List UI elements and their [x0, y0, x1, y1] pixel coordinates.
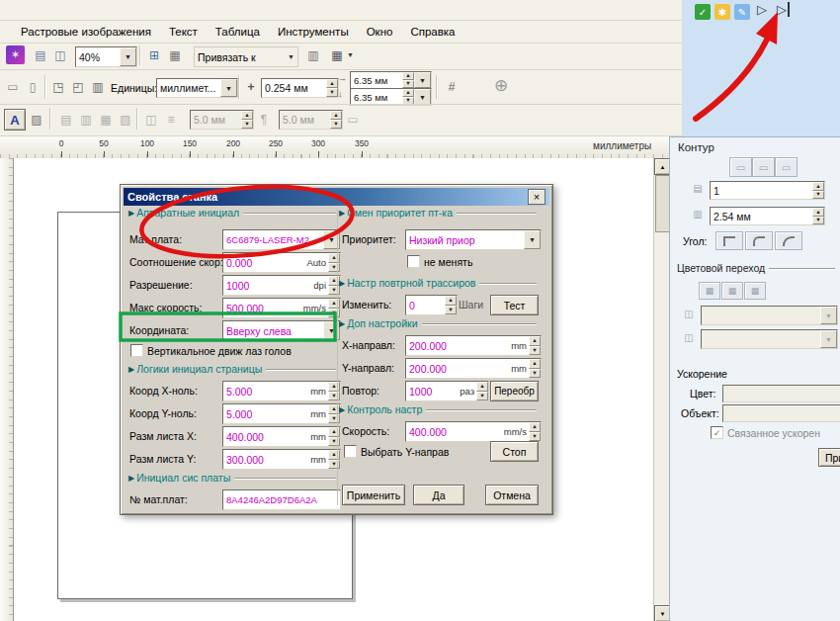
cancel-button[interactable]: Отмена — [485, 485, 539, 505]
spinner-up-icon[interactable]: ▲ — [241, 111, 253, 120]
dropdown-arrow-icon[interactable]: ▼ — [414, 72, 431, 88]
spinner[interactable]: ▲▼ — [529, 422, 541, 441]
spinner-down-icon[interactable]: ▼ — [445, 306, 457, 315]
spinner[interactable]: ▲▼ — [476, 382, 488, 400]
checkbox-icon[interactable] — [130, 344, 143, 357]
spinner-down-icon[interactable]: ▼ — [812, 191, 824, 200]
fill-color-select[interactable]: ▼ — [701, 306, 838, 325]
dropdown-arrow-icon[interactable]: ▼ — [120, 47, 136, 66]
scrollbar-thumb[interactable] — [655, 175, 670, 232]
align-left-icon[interactable]: ▤ — [57, 111, 75, 129]
coordinate-select[interactable]: Вверху слева ▼ — [222, 320, 341, 341]
stop-button[interactable]: Стоп — [490, 441, 539, 462]
columns-icon[interactable]: ▥ — [304, 46, 322, 64]
text-tool-button[interactable]: А — [4, 109, 26, 131]
mainboard-select[interactable]: 6C6879-LASER-M2 ▼ — [222, 229, 341, 250]
yes-button[interactable]: Да — [413, 485, 464, 505]
canvas-scrollbar[interactable]: ▲ ▼ — [653, 158, 670, 621]
spinner-down-icon[interactable]: ▼ — [529, 369, 541, 379]
spinner[interactable]: ▲▼ — [328, 253, 340, 272]
preview-icon[interactable]: ▦ — [166, 46, 184, 64]
spinner-down-icon[interactable]: ▼ — [328, 309, 340, 318]
spinner[interactable]: ▲▼ — [241, 111, 253, 129]
close-icon[interactable]: × — [528, 189, 546, 205]
bars-icon[interactable]: ▥ — [89, 78, 107, 96]
contour-mode-button-1[interactable]: ▭ — [729, 157, 752, 177]
spinner[interactable]: ▲▼ — [328, 450, 340, 469]
flip-icon[interactable]: ◫ — [142, 111, 160, 129]
no-change-checkbox[interactable]: не менять — [407, 255, 472, 268]
spinner-up-icon[interactable]: ▲ — [328, 253, 340, 263]
play-icon[interactable]: ▷ — [757, 2, 767, 17]
dropdown-arrow-icon[interactable]: ▼ — [220, 79, 237, 97]
x-direction-field[interactable]: 200.000 mm ▲▼ — [405, 335, 542, 356]
gradient-type-button-1[interactable]: ▦ — [699, 282, 720, 300]
outline-color-select[interactable]: ▼ — [701, 329, 838, 349]
contour-steps-field[interactable]: 1 ▲▼ — [710, 181, 825, 200]
spinner[interactable]: ▲▼ — [330, 111, 342, 129]
spinner-up-icon[interactable]: ▲ — [529, 336, 541, 346]
dropdown-arrow-icon[interactable]: ▼ — [414, 89, 431, 105]
spinner[interactable]: ▲▼ — [529, 359, 541, 378]
sheet-y-field[interactable]: 300.000 mm ▲▼ — [222, 449, 341, 470]
spinner-up-icon[interactable]: ▲ — [402, 72, 414, 80]
spinner-up-icon[interactable]: ▲ — [402, 89, 414, 97]
duplicate-x-field[interactable]: 6.35 мм ▲▼ ▼ — [350, 71, 432, 89]
max-speed-field[interactable]: 500.000 mm/s ▲▼ — [222, 298, 341, 318]
spinner-up-icon[interactable]: ▲ — [476, 382, 488, 392]
corner-style-miter-button[interactable] — [715, 231, 743, 250]
char-size-field[interactable]: 5.0 мм ▲▼ — [190, 110, 254, 130]
repeat-field[interactable]: 1000 раз ▲▼ — [405, 381, 489, 401]
menu-text[interactable]: Текст — [160, 23, 207, 41]
board-serial-field[interactable]: 8A4246A2D97D6A2A — [222, 489, 341, 510]
color-accel-slider[interactable] — [722, 385, 840, 402]
crop-marks-icon[interactable]: # — [443, 78, 461, 96]
spinner-up-icon[interactable]: ▲ — [328, 299, 340, 309]
spinner-up-icon[interactable]: ▲ — [812, 182, 824, 191]
tools-icon[interactable]: ✱ — [714, 4, 730, 20]
units-select[interactable]: миллимет... ▼ — [156, 78, 238, 98]
corner-style-bevel-button[interactable] — [775, 231, 802, 250]
spinner-down-icon[interactable]: ▼ — [330, 120, 342, 129]
speed-ratio-field[interactable]: 0.000 Auto ▲▼ — [222, 252, 341, 273]
checkbox-icon[interactable] — [344, 445, 357, 458]
priority-select[interactable]: Низкий приор ▼ — [405, 229, 542, 250]
monitor-icon[interactable]: ▦ — [328, 46, 346, 64]
spinner[interactable]: ▲▼ — [812, 208, 824, 224]
contour-offset-field[interactable]: 2.54 мм ▲▼ — [710, 207, 825, 225]
menu-tools[interactable]: Инструменты — [269, 23, 358, 41]
spinner-up-icon[interactable]: ▲ — [328, 450, 340, 460]
spinner[interactable]: ▲▼ — [326, 79, 338, 97]
spinner[interactable]: ▲▼ — [328, 382, 340, 400]
import-icon[interactable]: ▤ — [32, 46, 49, 64]
frame-icon[interactable]: ▭ — [344, 111, 362, 129]
spinner[interactable]: ▲▼ — [402, 89, 414, 105]
rounded-rect-icon[interactable]: ▯ — [24, 78, 42, 96]
coord-y-zero-field[interactable]: 5.000 mm ▲▼ — [222, 403, 341, 424]
contour-mode-button-3[interactable]: ▭ — [775, 157, 798, 177]
spinner-down-icon[interactable]: ▼ — [812, 217, 824, 225]
line-spacing-icon[interactable]: ≡ — [162, 111, 180, 129]
spinner-up-icon[interactable]: ▲ — [812, 208, 824, 217]
resolution-field[interactable]: 1000 dpi ▲▼ — [222, 275, 341, 296]
vertical-move-checkbox[interactable]: Вертикальное движ лаз голов — [130, 344, 292, 357]
text-options-icon[interactable]: ▨ — [28, 111, 45, 129]
spinner-down-icon[interactable]: ▼ — [328, 392, 340, 401]
spinner-down-icon[interactable]: ▼ — [328, 263, 340, 273]
spinner-down-icon[interactable]: ▼ — [402, 80, 414, 88]
coord-x-zero-field[interactable]: 5.000 mm ▲▼ — [222, 381, 341, 401]
spinner[interactable]: ▲▼ — [812, 182, 824, 199]
spinner-up-icon[interactable]: ▲ — [529, 359, 541, 369]
dropdown-arrow-icon[interactable]: ▼ — [820, 307, 837, 324]
export-icon[interactable]: ◫ — [51, 46, 69, 64]
step-forward-icon[interactable]: ▷ — [777, 2, 790, 17]
spinner-down-icon[interactable]: ▼ — [328, 437, 340, 447]
rect-tool-icon[interactable]: ▭ — [4, 78, 22, 96]
paragraph-icon[interactable]: ¶ — [255, 111, 273, 129]
horizontal-ruler[interactable]: 0 50 100 150 200 250 300 350 миллиметры — [0, 136, 669, 159]
spinner-down-icon[interactable]: ▼ — [529, 432, 541, 442]
gradient-type-button-3[interactable]: ▦ — [744, 282, 766, 300]
line-size-field[interactable]: 5.0 мм ▲▼ — [279, 110, 343, 130]
dropdown-arrow-icon[interactable]: ▼ — [288, 53, 294, 60]
gradient-type-button-2[interactable]: ▦ — [721, 282, 743, 300]
